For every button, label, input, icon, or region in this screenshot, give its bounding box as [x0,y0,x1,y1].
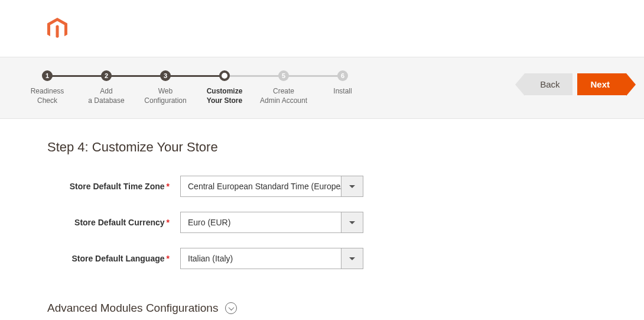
step-label: Create Admin Account [260,87,307,105]
language-row: Store Default Language* Italian (Italy) [47,248,597,269]
step-circle: 5 [278,70,289,81]
advanced-modules-toggle[interactable]: Advanced Modules Configurations [47,302,597,315]
language-label: Store Default Language* [47,254,180,263]
step-circle [219,70,230,81]
step-circle: 1 [42,70,53,81]
step-circle: 6 [337,70,348,81]
back-button[interactable]: Back [525,73,573,95]
step-label: Customize Your Store [207,87,243,105]
timezone-select[interactable]: Central European Standard Time (Europe/B… [180,176,363,197]
timezone-label: Store Default Time Zone* [47,182,180,191]
magento-logo-icon [47,18,644,42]
step-label: Add a Database [88,87,124,105]
language-select[interactable]: Italian (Italy) [180,248,363,269]
timezone-row: Store Default Time Zone* Central Europea… [47,176,597,197]
step-install[interactable]: 6 Install [313,70,372,96]
caret-down-icon[interactable] [341,248,363,269]
step-label: Readiness Check [31,87,64,105]
caret-down-icon[interactable] [341,212,363,233]
step-readiness-check[interactable]: 1 Readiness Check [18,70,77,105]
currency-row: Store Default Currency* Euro (EUR) [47,212,597,233]
step-label: Install [333,87,352,96]
required-mark: * [167,182,170,191]
stepper-bar: 1 Readiness Check 2 Add a Database 3 Web… [0,57,644,119]
page-title: Step 4: Customize Your Store [47,140,597,155]
advanced-title: Advanced Modules Configurations [47,302,218,315]
timezone-value: Central European Standard Time (Europe/B… [180,176,341,197]
step-circle: 2 [101,70,112,81]
language-value: Italian (Italy) [180,248,341,269]
nav-buttons: Back Next [525,73,626,95]
currency-label: Store Default Currency* [47,218,180,227]
step-circle: 3 [160,70,171,81]
step-label: Web Configuration [144,87,186,105]
required-mark: * [167,254,170,263]
steps-list: 1 Readiness Check 2 Add a Database 3 Web… [18,70,372,105]
caret-down-icon[interactable] [341,176,363,197]
currency-value: Euro (EUR) [180,212,341,233]
currency-select[interactable]: Euro (EUR) [180,212,363,233]
next-button[interactable]: Next [577,73,626,95]
chevron-down-icon [225,302,237,314]
required-mark: * [167,218,170,227]
